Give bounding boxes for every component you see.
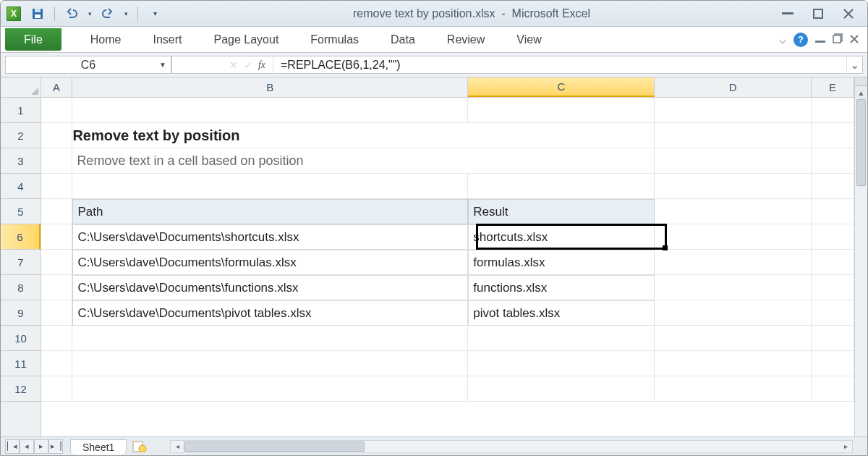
cell[interactable]: [655, 351, 812, 376]
worksheet-title[interactable]: Remove text by position: [72, 123, 468, 148]
cell[interactable]: [812, 174, 854, 199]
cell[interactable]: [655, 326, 812, 351]
cell[interactable]: [72, 376, 468, 402]
cell[interactable]: [655, 275, 812, 300]
table-cell-path[interactable]: C:\Users\dave\Documents\formulas.xlsx: [72, 250, 468, 275]
cell[interactable]: [812, 351, 854, 376]
tab-home[interactable]: Home: [75, 27, 137, 52]
cell[interactable]: [468, 351, 655, 376]
workbook-restore-button[interactable]: [833, 33, 843, 46]
sheet-nav-first[interactable]: ▏◂: [5, 439, 20, 454]
name-box[interactable]: C6 ▼: [5, 56, 171, 74]
scroll-track[interactable]: [184, 441, 839, 452]
row-header-3[interactable]: 3: [1, 148, 41, 174]
row-header-5[interactable]: 5: [1, 199, 41, 224]
row-header-6[interactable]: 6: [1, 224, 41, 250]
row-header-8[interactable]: 8: [1, 275, 41, 300]
cell[interactable]: [655, 224, 812, 250]
fx-button[interactable]: fx: [258, 59, 265, 71]
cell[interactable]: [468, 148, 655, 174]
worksheet-subtitle[interactable]: Remove text in a cell based on position: [72, 148, 468, 174]
table-cell-result[interactable]: functions.xlsx: [468, 275, 655, 300]
row-header-10[interactable]: 10: [1, 326, 41, 351]
insert-sheet-button[interactable]: [131, 440, 148, 453]
cell[interactable]: [812, 300, 854, 326]
tab-insert[interactable]: Insert: [137, 27, 197, 52]
horizontal-scrollbar[interactable]: ◂ ▸: [170, 440, 853, 453]
row-header-2[interactable]: 2: [1, 123, 41, 148]
file-tab[interactable]: File: [5, 28, 61, 51]
table-cell-path[interactable]: C:\Users\dave\Documents\functions.xlsx: [72, 275, 468, 300]
cell[interactable]: [41, 275, 72, 300]
scroll-left-button[interactable]: ◂: [171, 442, 184, 450]
save-button[interactable]: [28, 6, 47, 22]
workbook-close-button[interactable]: [850, 33, 859, 46]
sheet-nav-next[interactable]: ▸: [34, 439, 48, 454]
table-header-path[interactable]: Path: [72, 199, 468, 224]
tab-view[interactable]: View: [501, 27, 557, 52]
cell-grid[interactable]: Remove text by position Remove text in a…: [41, 98, 854, 436]
col-header-A[interactable]: A: [41, 77, 72, 97]
undo-button[interactable]: [62, 6, 81, 22]
scroll-thumb[interactable]: [184, 442, 365, 452]
col-header-D[interactable]: D: [655, 77, 812, 97]
tab-formulas[interactable]: Formulas: [294, 27, 375, 52]
cell[interactable]: [812, 148, 854, 174]
cell[interactable]: [41, 250, 72, 275]
close-button[interactable]: [840, 7, 857, 20]
minimize-button[interactable]: [779, 7, 796, 20]
cell[interactable]: [812, 199, 854, 224]
table-cell-result[interactable]: shortcuts.xlsx: [468, 224, 655, 250]
tab-review[interactable]: Review: [431, 27, 501, 52]
qat-customize[interactable]: ▾: [145, 6, 164, 22]
cell[interactable]: [41, 224, 72, 250]
cell[interactable]: [655, 199, 812, 224]
cell[interactable]: [812, 123, 854, 148]
table-cell-result[interactable]: pivot tables.xlsx: [468, 300, 655, 326]
maximize-button[interactable]: [809, 7, 827, 20]
tab-data[interactable]: Data: [375, 27, 431, 52]
cell[interactable]: [41, 98, 72, 123]
cell[interactable]: [812, 326, 854, 351]
cell[interactable]: [41, 351, 72, 376]
sheet-nav-prev[interactable]: ◂: [20, 439, 34, 454]
select-all-corner[interactable]: [1, 77, 41, 98]
cell[interactable]: [812, 376, 854, 402]
table-cell-result[interactable]: formulas.xlsx: [468, 250, 655, 275]
name-box-dropdown-icon[interactable]: ▼: [159, 61, 166, 69]
col-header-B[interactable]: B: [72, 77, 468, 97]
cell[interactable]: [468, 98, 655, 123]
cell[interactable]: [72, 351, 468, 376]
cell[interactable]: [655, 376, 812, 402]
help-button[interactable]: ?: [793, 33, 808, 47]
cell[interactable]: [812, 98, 854, 123]
ribbon-minimize-icon[interactable]: ⌵: [779, 33, 786, 46]
cell[interactable]: [72, 174, 468, 199]
row-header-11[interactable]: 11: [1, 351, 41, 376]
cell[interactable]: [655, 250, 812, 275]
table-header-result[interactable]: Result: [468, 199, 655, 224]
cell[interactable]: [41, 123, 72, 148]
formula-expand-button[interactable]: ⌄: [846, 56, 862, 73]
split-handle[interactable]: [855, 77, 867, 86]
row-header-12[interactable]: 12: [1, 376, 41, 402]
table-cell-path[interactable]: C:\Users\dave\Documents\shortcuts.xlsx: [72, 224, 468, 250]
cell[interactable]: [72, 98, 468, 123]
scroll-thumb[interactable]: [856, 99, 866, 186]
cell[interactable]: [655, 300, 812, 326]
cell[interactable]: [468, 376, 655, 402]
cell[interactable]: [41, 199, 72, 224]
cell[interactable]: [655, 174, 812, 199]
vertical-scrollbar[interactable]: ▲: [854, 77, 867, 436]
col-header-E[interactable]: E: [812, 77, 854, 97]
cell[interactable]: [41, 326, 72, 351]
redo-dropdown[interactable]: ▾: [122, 6, 130, 22]
scroll-right-button[interactable]: ▸: [839, 442, 852, 450]
cell[interactable]: [468, 123, 655, 148]
table-cell-path[interactable]: C:\Users\dave\Documents\pivot tables.xls…: [72, 300, 468, 326]
formula-input[interactable]: =REPLACE(B6,1,24,""): [273, 59, 846, 72]
scroll-up-button[interactable]: ▲: [855, 86, 867, 99]
cell[interactable]: [655, 123, 812, 148]
sheet-nav-last[interactable]: ▸▕: [48, 439, 63, 454]
col-header-C[interactable]: C: [468, 77, 655, 97]
